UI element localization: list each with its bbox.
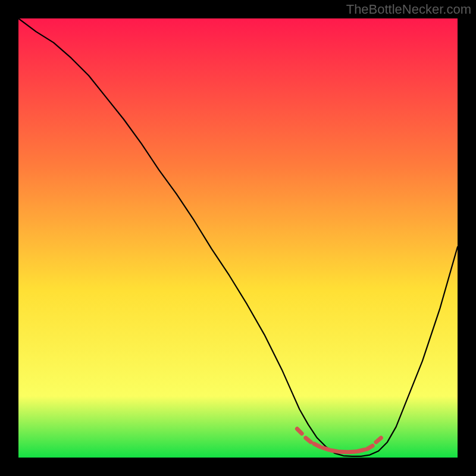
gradient-background: [18, 18, 458, 458]
bottleneck-chart: [18, 18, 458, 458]
watermark-text: TheBottleNecker.com: [346, 2, 471, 17]
plot-area: [18, 18, 458, 458]
chart-root: TheBottleNecker.com: [0, 0, 476, 476]
